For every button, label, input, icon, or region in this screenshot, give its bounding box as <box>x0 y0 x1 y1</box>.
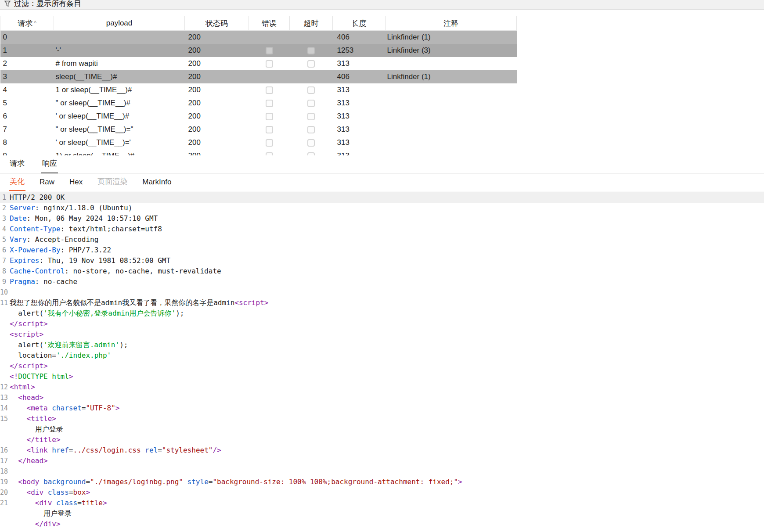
error-checkbox[interactable] <box>266 113 273 120</box>
comment-cell <box>386 97 517 110</box>
request-cell: 7 <box>0 123 54 136</box>
error-cell <box>249 110 290 123</box>
comment-cell <box>386 123 517 136</box>
error-checkbox[interactable] <box>266 126 273 133</box>
error-checkbox[interactable] <box>266 86 273 94</box>
column-header-payload[interactable]: payload <box>54 16 185 31</box>
subtab-raw[interactable]: Raw <box>39 178 55 191</box>
column-header-timeout[interactable]: 超时 <box>290 16 333 31</box>
column-header-comment[interactable]: 注释 <box>386 16 517 31</box>
line-content: Expires: Thu, 19 Nov 1981 08:52:00 GMT <box>10 255 170 266</box>
filter-bar[interactable]: 过滤：显示所有条目 <box>0 0 764 10</box>
timeout-checkbox[interactable] <box>307 100 315 107</box>
code-line-28: 19 <body background="./images/loginbg.pn… <box>0 477 764 487</box>
sort-ascending-indicator: ^ <box>34 20 36 26</box>
error-checkbox[interactable] <box>266 139 273 147</box>
code-line-23: 用户登录 <box>0 424 764 435</box>
filter-funnel-icon <box>4 0 11 7</box>
result-row-7[interactable]: 7" or sleep(__TIME__)="200313 <box>0 123 517 136</box>
comment-cell <box>386 83 517 97</box>
result-row-0[interactable]: 0200406Linkfinder (1) <box>0 31 517 44</box>
payload-cell <box>54 31 185 44</box>
timeout-checkbox[interactable] <box>307 86 315 94</box>
subtab-beautify[interactable]: 美化 <box>9 176 25 191</box>
timeout-checkbox[interactable] <box>307 47 315 54</box>
code-line-29: 20 <div class=box> <box>0 487 764 498</box>
length-cell: 313 <box>333 123 386 136</box>
code-line-24: </title> <box>0 435 764 445</box>
error-checkbox[interactable] <box>266 152 273 155</box>
timeout-checkbox[interactable] <box>307 60 315 68</box>
line-number: 3 <box>0 213 10 224</box>
line-content: <div class=box> <box>10 487 90 498</box>
result-row-1[interactable]: 1'-'2001253Linkfinder (3) <box>0 44 517 57</box>
line-content: </script> <box>10 361 48 371</box>
length-cell: 313 <box>333 110 386 123</box>
column-header-length[interactable]: 长度 <box>333 16 386 31</box>
payload-cell: ' or sleep(__TIME__)# <box>54 110 185 123</box>
result-row-8[interactable]: 8' or sleep(__TIME__)='200313 <box>0 136 517 149</box>
error-cell <box>249 149 290 156</box>
code-line-27: 18 <box>0 466 764 477</box>
line-number: 7 <box>0 255 10 266</box>
column-header-request[interactable]: 请求^ <box>0 16 54 31</box>
code-line-32: </div> <box>0 519 764 529</box>
timeout-checkbox[interactable] <box>307 113 315 120</box>
error-cell <box>249 70 290 83</box>
line-content: <html> <box>10 382 35 392</box>
subtab-markinfo[interactable]: MarkInfo <box>141 178 172 191</box>
code-line-15: alert('欢迎前来留言.admin'); <box>0 340 764 350</box>
tab-request[interactable]: 请求 <box>9 158 25 173</box>
line-number <box>0 350 10 361</box>
line-content: <script> <box>10 329 43 340</box>
code-line-26: 17 </head> <box>0 456 764 466</box>
code-line-12: alert('我有个小秘密,登录admin用户会告诉你'); <box>0 308 764 319</box>
error-checkbox[interactable] <box>266 60 273 68</box>
code-line-5: 5Vary: Accept-Encoding <box>0 234 764 245</box>
result-row-3[interactable]: 3sleep(__TIME__)#200406Linkfinder (1) <box>0 70 517 83</box>
timeout-checkbox[interactable] <box>307 139 315 147</box>
timeout-cell <box>290 110 333 123</box>
line-number: 9 <box>0 277 10 287</box>
line-content: <!DOCTYPE html> <box>10 371 73 382</box>
timeout-cell <box>290 123 333 136</box>
error-checkbox[interactable] <box>266 47 273 54</box>
code-line-14: <script> <box>0 329 764 340</box>
response-editor[interactable]: 1HTTP/2 200 OK2Server: nginx/1.18.0 (Ubu… <box>0 191 764 529</box>
status-cell: 200 <box>185 136 249 149</box>
error-cell <box>249 44 290 57</box>
result-row-6[interactable]: 6' or sleep(__TIME__)#200313 <box>0 110 517 123</box>
line-number: 11 <box>0 298 10 308</box>
result-row-2[interactable]: 2# from wapiti200313 <box>0 57 517 70</box>
column-header-error[interactable]: 错误 <box>249 16 290 31</box>
length-cell: 406 <box>333 31 386 44</box>
line-content: HTTP/2 200 OK <box>10 192 65 203</box>
request-cell: 8 <box>0 136 54 149</box>
line-content: alert('欢迎前来留言.admin'); <box>10 340 128 350</box>
request-cell: 5 <box>0 97 54 110</box>
line-number: 8 <box>0 266 10 277</box>
code-line-16: location='./index.php' <box>0 350 764 361</box>
timeout-checkbox[interactable] <box>307 126 315 133</box>
status-cell: 200 <box>185 149 249 156</box>
timeout-checkbox[interactable] <box>307 152 315 155</box>
code-line-1: 1HTTP/2 200 OK <box>0 192 764 203</box>
result-row-4[interactable]: 41 or sleep(__TIME__)#200313 <box>0 83 517 97</box>
comment-cell <box>386 110 517 123</box>
column-header-status[interactable]: 状态码 <box>185 16 249 31</box>
error-checkbox[interactable] <box>266 100 273 107</box>
line-content: <head> <box>10 392 43 403</box>
result-row-5[interactable]: 5" or sleep(__TIME__)#200313 <box>0 97 517 110</box>
tab-response[interactable]: 响应 <box>41 158 58 173</box>
error-cell <box>249 57 290 70</box>
line-number <box>0 319 10 329</box>
comment-cell <box>386 136 517 149</box>
subtab-page-render[interactable]: 页面渲染 <box>97 176 128 191</box>
subtab-hex[interactable]: Hex <box>68 178 83 191</box>
code-line-8: 8Cache-Control: no-store, no-cache, must… <box>0 266 764 277</box>
line-content: <div class=title> <box>10 498 107 508</box>
result-row-9[interactable]: 91) or sleep(__TIME__)#200313 <box>0 149 517 156</box>
error-cell <box>249 83 290 97</box>
line-content: </script> <box>10 319 48 329</box>
code-line-7: 7Expires: Thu, 19 Nov 1981 08:52:00 GMT <box>0 255 764 266</box>
